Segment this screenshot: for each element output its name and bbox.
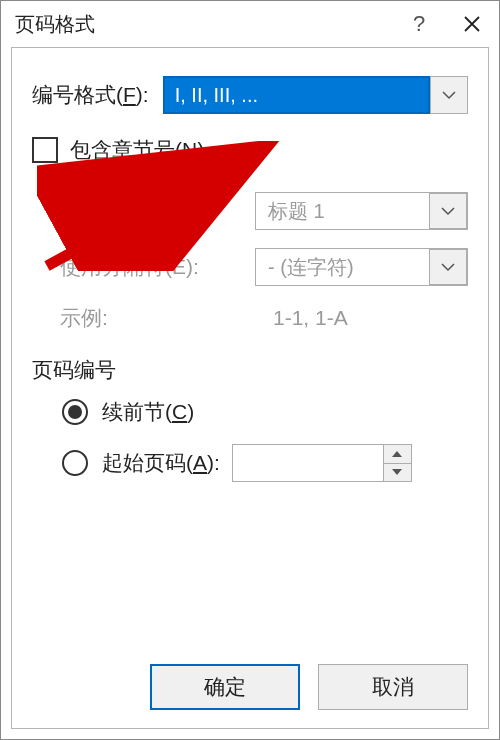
cancel-button[interactable]: 取消 [318, 664, 468, 710]
separator-row: 使用分隔符(E): - (连字符) [60, 248, 468, 286]
example-value: 1-1, 1-A [255, 306, 348, 330]
chevron-down-icon [442, 90, 456, 100]
spinner-buttons [383, 445, 411, 481]
number-format-label: 编号格式(F): [32, 81, 149, 109]
close-icon [463, 15, 481, 33]
include-chapter-row: 包含章节号(N) [32, 136, 468, 164]
spinner-up-button[interactable] [384, 445, 411, 464]
page-numbering-section-label: 页码编号 [32, 356, 468, 384]
chapter-style-value: 标题 1 [256, 193, 429, 229]
separator-label: 使用分隔符(E): [60, 253, 255, 281]
page-number-format-dialog: 页码格式 ? 编号格式(F): I, II, III, ... 包含章节号(N) [0, 0, 500, 740]
include-chapter-label: 包含章节号(N) [70, 136, 204, 164]
dialog-footer: 确定 取消 [150, 664, 468, 710]
continue-previous-label: 续前节(C) [102, 398, 194, 426]
titlebar: 页码格式 ? [1, 1, 499, 47]
ok-button[interactable]: 确定 [150, 664, 300, 710]
start-at-spinner[interactable] [232, 444, 412, 482]
number-format-value: I, II, III, ... [163, 76, 430, 114]
include-chapter-checkbox[interactable] [32, 137, 58, 163]
start-at-input[interactable] [233, 445, 383, 481]
number-format-row: 编号格式(F): I, II, III, ... [32, 76, 468, 114]
dialog-body: 编号格式(F): I, II, III, ... 包含章节号(N) 章节起始样式… [11, 47, 489, 729]
example-label: 示例: [60, 304, 255, 332]
separator-value: - (连字符) [256, 249, 429, 285]
triangle-down-icon [392, 469, 402, 475]
start-at-label: 起始页码(A): [102, 449, 220, 477]
help-button[interactable]: ? [394, 11, 444, 37]
number-format-select[interactable]: I, II, III, ... [163, 76, 468, 114]
start-at-row: 起始页码(A): [62, 444, 468, 482]
start-at-radio[interactable] [62, 450, 88, 476]
chevron-down-icon [441, 206, 455, 216]
chevron-down-icon [441, 262, 455, 272]
chapter-style-row: 章节起始样式(P) 标题 1 [60, 192, 468, 230]
chapter-subgroup: 章节起始样式(P) 标题 1 使用分隔符(E): - (连字符) [32, 192, 468, 332]
continue-previous-row: 续前节(C) [62, 398, 468, 426]
chapter-style-label: 章节起始样式(P) [60, 197, 255, 225]
separator-dropdown-button[interactable] [429, 249, 467, 285]
example-row: 示例: 1-1, 1-A [60, 304, 468, 332]
chapter-style-dropdown-button[interactable] [429, 193, 467, 229]
page-numbering-radio-group: 续前节(C) 起始页码(A): [32, 398, 468, 482]
dialog-title: 页码格式 [15, 11, 394, 38]
close-button[interactable] [444, 1, 499, 47]
separator-select[interactable]: - (连字符) [255, 248, 468, 286]
spinner-down-button[interactable] [384, 464, 411, 482]
number-format-dropdown-button[interactable] [430, 76, 468, 114]
chapter-style-select[interactable]: 标题 1 [255, 192, 468, 230]
triangle-up-icon [392, 451, 402, 457]
continue-previous-radio[interactable] [62, 399, 88, 425]
